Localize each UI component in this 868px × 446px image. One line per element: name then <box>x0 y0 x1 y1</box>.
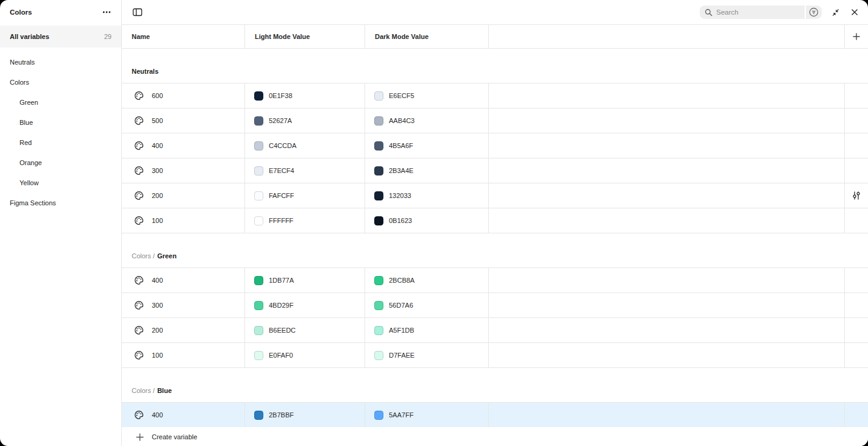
toggle-sidebar-button[interactable] <box>131 6 144 18</box>
palette-icon <box>134 350 144 360</box>
variable-name-cell[interactable]: 300 <box>122 293 245 317</box>
dark-mode-cell[interactable]: 5AA7FF <box>365 403 489 427</box>
dark-mode-cell[interactable]: 4B5A6F <box>365 133 489 158</box>
close-button[interactable] <box>849 7 860 18</box>
light-mode-cell[interactable]: 52627A <box>245 108 365 133</box>
sidebar-item-yellow[interactable]: Yellow <box>0 172 121 193</box>
variable-name-cell[interactable]: 400 <box>122 403 245 427</box>
variables-count-badge: 29 <box>104 33 112 40</box>
search-input[interactable] <box>716 9 801 16</box>
variable-row[interactable]: 200 B6EEDC A5F1DB <box>122 318 868 343</box>
row-end-cell <box>845 268 868 292</box>
add-mode-button[interactable] <box>845 25 868 48</box>
hex-value: 0E1F38 <box>269 92 293 99</box>
variable-row[interactable]: 100 E0FAF0 D7FAEE <box>122 343 868 368</box>
variable-name-cell[interactable]: 200 <box>122 318 245 342</box>
variable-name-cell[interactable]: 200 <box>122 183 245 208</box>
dark-mode-cell[interactable]: D7FAEE <box>365 343 489 367</box>
variable-row[interactable]: 400 1DB77A 2BCB8A <box>122 268 868 293</box>
variable-row[interactable]: 100 FFFFFF 0B1623 <box>122 208 868 233</box>
palette-icon <box>134 216 144 225</box>
row-spacer-cell <box>489 158 845 183</box>
sidebar-item-all-variables[interactable]: All variables 29 <box>0 26 121 48</box>
light-mode-cell[interactable]: 0E1F38 <box>245 83 365 108</box>
sidebar-item-orange[interactable]: Orange <box>0 152 121 172</box>
sidebar-item-blue[interactable]: Blue <box>0 112 121 132</box>
variables-table-area: Name Light Mode Value Dark Mode Value Ne… <box>122 0 868 446</box>
light-mode-cell[interactable]: 1DB77A <box>245 268 365 292</box>
palette-icon <box>134 410 144 420</box>
dark-color-swatch <box>374 116 383 126</box>
collapse-button[interactable] <box>830 7 841 18</box>
variable-name-cell[interactable]: 400 <box>122 133 245 158</box>
close-icon <box>850 8 859 16</box>
variable-row[interactable]: 500 52627A AAB4C3 <box>122 108 868 133</box>
variable-name-cell[interactable]: 100 <box>122 343 245 367</box>
sidebar-item-neutrals[interactable]: Neutrals <box>0 52 121 72</box>
variable-row[interactable]: 400 2B7BBF 5AA7FF <box>122 403 868 427</box>
variable-name-cell[interactable]: 400 <box>122 268 245 292</box>
dark-color-swatch <box>374 166 383 175</box>
dark-mode-cell[interactable]: 56D7A6 <box>365 293 489 317</box>
variable-name: 200 <box>152 192 163 199</box>
dark-mode-cell[interactable]: 2BCB8A <box>365 268 489 292</box>
variable-row[interactable]: 300 4BD29F 56D7A6 <box>122 293 868 318</box>
variable-row[interactable]: 600 0E1F38 E6ECF5 <box>122 83 868 108</box>
sidebar-item-colors[interactable]: Colors <box>0 72 121 92</box>
table-body: Neutrals 600 0E1F38 E6ECF5 <box>122 49 868 428</box>
palette-icon <box>134 141 144 150</box>
light-mode-cell[interactable]: 4BD29F <box>245 293 365 317</box>
create-variable-button[interactable]: Create variable <box>122 428 868 446</box>
row-spacer-cell <box>489 83 845 108</box>
light-mode-cell[interactable]: C4CCDA <box>245 133 365 158</box>
row-end-cell <box>845 133 868 158</box>
variable-row[interactable]: 400 C4CCDA 4B5A6F <box>122 133 868 158</box>
table-header: Name Light Mode Value Dark Mode Value <box>122 24 868 49</box>
search-field[interactable] <box>700 5 805 19</box>
variable-name-cell[interactable]: 100 <box>122 208 245 233</box>
variable-row[interactable]: 200 FAFCFF 132033 <box>122 183 868 208</box>
variable-row[interactable]: 300 E7ECF4 2B3A4E <box>122 158 868 183</box>
sidebar-item-green[interactable]: Green <box>0 92 121 112</box>
light-mode-cell[interactable]: E0FAF0 <box>245 343 365 367</box>
light-mode-cell[interactable]: FFFFFF <box>245 208 365 233</box>
all-variables-label: All variables <box>10 33 49 40</box>
light-mode-cell[interactable]: 2B7BBF <box>245 403 365 427</box>
dark-mode-cell[interactable]: A5F1DB <box>365 318 489 342</box>
column-header-light-mode: Light Mode Value <box>245 25 365 48</box>
light-color-swatch <box>254 276 263 285</box>
row-end-cell <box>845 318 868 342</box>
topbar-right <box>700 5 860 19</box>
hex-value: 4B5A6F <box>389 142 413 149</box>
row-end-cell <box>845 108 868 133</box>
light-mode-cell[interactable]: E7ECF4 <box>245 158 365 183</box>
dark-color-swatch <box>374 216 383 225</box>
variable-name: 600 <box>152 92 163 99</box>
variable-name-cell[interactable]: 500 <box>122 108 245 133</box>
sidebar-item-red[interactable]: Red <box>0 132 121 152</box>
group-header: Colors / Blue <box>122 368 868 403</box>
hex-value: FAFCFF <box>269 192 294 199</box>
variable-name-cell[interactable]: 600 <box>122 83 245 108</box>
dark-mode-cell[interactable]: 132033 <box>365 183 489 208</box>
column-header-spacer <box>489 25 845 48</box>
filter-button[interactable] <box>806 5 822 19</box>
variable-name-cell[interactable]: 300 <box>122 158 245 183</box>
hex-value: B6EEDC <box>269 327 296 334</box>
light-mode-cell[interactable]: FAFCFF <box>245 183 365 208</box>
dark-mode-cell[interactable]: 0B1623 <box>365 208 489 233</box>
group-header: Colors / Green <box>122 233 868 268</box>
more-options-button[interactable] <box>101 6 113 18</box>
adjust-sliders-icon[interactable] <box>852 191 861 200</box>
light-mode-cell[interactable]: B6EEDC <box>245 318 365 342</box>
dark-mode-cell[interactable]: 2B3A4E <box>365 158 489 183</box>
sidebar-item-figma-sections[interactable]: Figma Sections <box>0 193 121 213</box>
panel-title: Colors <box>10 9 32 16</box>
create-variable-label: Create variable <box>152 433 197 441</box>
light-color-swatch <box>254 301 263 310</box>
dark-mode-cell[interactable]: E6ECF5 <box>365 83 489 108</box>
dark-mode-cell[interactable]: AAB4C3 <box>365 108 489 133</box>
hex-value: FFFFFF <box>269 217 293 224</box>
palette-icon <box>134 91 144 101</box>
hex-value: 2B7BBF <box>269 411 294 419</box>
